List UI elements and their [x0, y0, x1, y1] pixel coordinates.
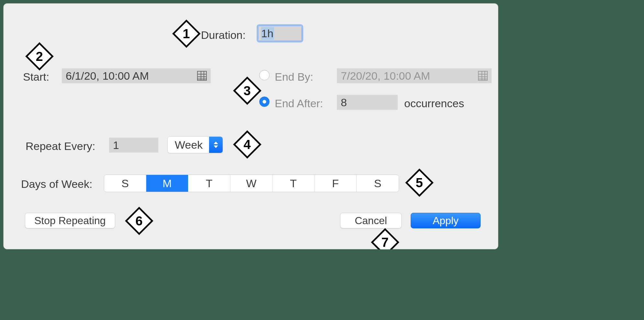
callout-6: 6	[125, 207, 153, 235]
end-by-datetime-field: 7/20/20, 10:00 AM	[337, 68, 492, 83]
up-down-icon	[209, 137, 223, 153]
callout-2: 2	[25, 42, 54, 71]
callout-7: 7	[371, 228, 399, 249]
end-after-count-field[interactable]: 8	[337, 95, 398, 110]
callout-1: 1	[172, 19, 201, 48]
calendar-icon	[478, 71, 488, 81]
day-tue[interactable]: T	[188, 175, 230, 192]
duration-input[interactable]: 1h	[259, 26, 301, 40]
callout-5: 5	[405, 168, 434, 197]
callout-4: 4	[233, 130, 261, 159]
end-by-label: End By:	[275, 71, 313, 83]
duration-field-focus-ring: 1h	[257, 24, 303, 42]
day-sun[interactable]: S	[104, 175, 146, 192]
calendar-icon[interactable]	[197, 71, 207, 81]
end-after-radio[interactable]	[259, 97, 270, 107]
repeat-count-value: 1	[113, 139, 119, 152]
end-after-value: 8	[341, 96, 347, 109]
end-after-label: End After:	[275, 97, 323, 110]
day-mon[interactable]: M	[146, 175, 188, 192]
duration-value: 1h	[261, 27, 274, 40]
end-by-value: 7/20/20, 10:00 AM	[341, 70, 430, 82]
days-of-week-segmented: S M T W T F S	[104, 175, 399, 192]
start-value: 6/1/20, 10:00 AM	[66, 70, 149, 82]
apply-button[interactable]: Apply	[411, 213, 481, 228]
duration-label: Duration:	[201, 29, 246, 41]
start-label: Start:	[23, 71, 49, 83]
stop-repeating-button[interactable]: Stop Repeating	[25, 213, 115, 228]
recurrence-sheet: Duration: 1h Start: 6/1/20, 10:00 AM End…	[3, 3, 498, 249]
start-datetime-field[interactable]: 6/1/20, 10:00 AM	[62, 68, 211, 83]
callout-3: 3	[233, 76, 261, 105]
end-by-radio[interactable]	[259, 70, 270, 80]
days-of-week-label: Days of Week:	[21, 178, 92, 190]
occurrences-label: occurrences	[404, 97, 464, 110]
repeat-every-label: Repeat Every:	[26, 140, 95, 153]
repeat-unit-select[interactable]: Week	[167, 136, 223, 153]
day-sat[interactable]: S	[357, 175, 399, 192]
cancel-button[interactable]: Cancel	[340, 213, 402, 228]
day-thu[interactable]: T	[272, 175, 315, 192]
repeat-count-field[interactable]: 1	[109, 138, 158, 153]
day-fri[interactable]: F	[315, 175, 357, 192]
repeat-unit-value: Week	[168, 139, 209, 151]
day-wed[interactable]: W	[230, 175, 272, 192]
